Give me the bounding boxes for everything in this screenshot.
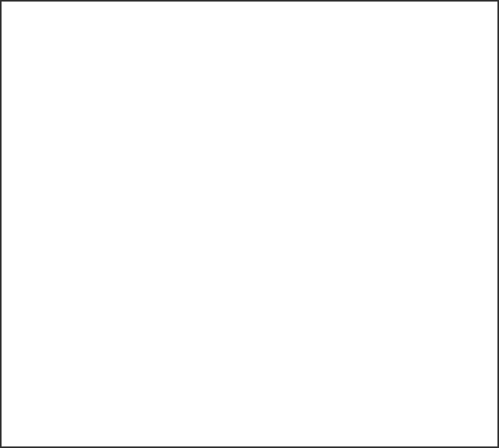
diagram: [0, 0, 499, 448]
